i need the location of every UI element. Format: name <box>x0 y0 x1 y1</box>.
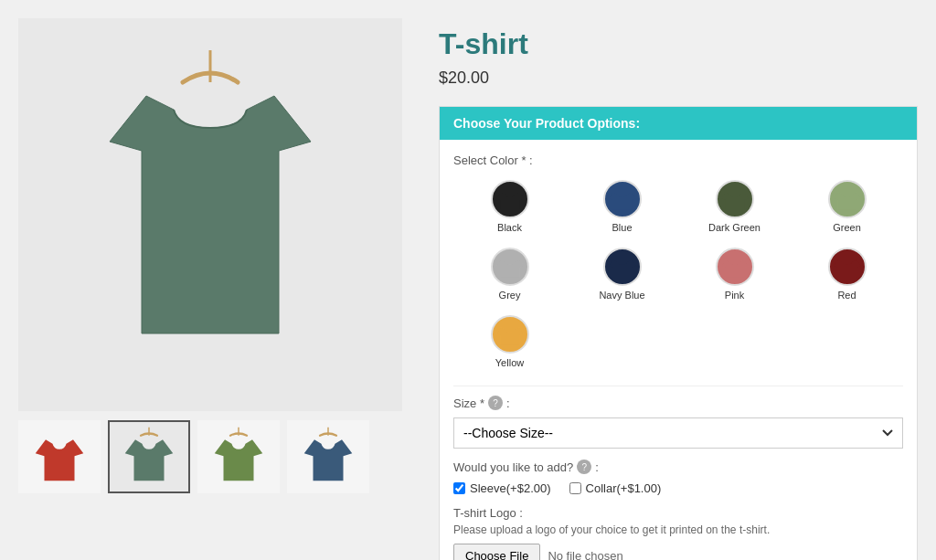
color-item-green[interactable]: Green <box>791 176 903 237</box>
size-label-text: Size * <box>453 396 484 410</box>
product-title: T-shirt <box>439 27 918 61</box>
page-container: T-shirt $20.00 Choose Your Product Optio… <box>0 0 936 560</box>
color-item-yellow[interactable]: Yellow <box>453 312 566 372</box>
file-upload-row: Choose File No file chosen <box>453 544 903 560</box>
main-tshirt-svg <box>91 41 329 388</box>
collar-addon-label: Collar(+$1.00) <box>586 481 662 495</box>
color-item-blue[interactable]: Blue <box>566 176 678 237</box>
color-swatch-navy-blue <box>603 248 642 286</box>
color-item-grey[interactable]: Grey <box>453 244 566 304</box>
left-panel <box>18 18 402 560</box>
product-price: $20.00 <box>439 69 918 88</box>
color-swatch-blue <box>603 180 642 218</box>
color-section-label: Select Color * : <box>453 153 903 167</box>
size-select[interactable]: --Choose Size-- XS S M L XL XXL <box>453 417 903 449</box>
color-name-grey: Grey <box>499 290 521 301</box>
thumbnail-red[interactable] <box>18 420 101 493</box>
sleeve-checkbox[interactable] <box>453 482 465 494</box>
thumbnail-row <box>18 420 402 493</box>
color-grid: Black Blue Dark Green <box>453 176 903 372</box>
sleeve-addon-label: Sleeve(+$2.00) <box>470 481 551 495</box>
color-name-yellow: Yellow <box>495 357 524 368</box>
size-section-label: Size * ? : <box>453 396 903 410</box>
right-panel: T-shirt $20.00 Choose Your Product Optio… <box>439 18 918 560</box>
sleeve-addon-item[interactable]: Sleeve(+$2.00) <box>453 481 551 495</box>
collar-addon-item[interactable]: Collar(+$1.00) <box>569 481 662 495</box>
options-box: Choose Your Product Options: Select Colo… <box>439 106 918 560</box>
thumbnail-green-active[interactable] <box>108 420 190 493</box>
color-item-red[interactable]: Red <box>791 244 903 304</box>
thumbnail-olive[interactable] <box>197 420 280 493</box>
color-swatch-dark-green <box>716 180 754 218</box>
color-item-dark-green[interactable]: Dark Green <box>678 176 791 237</box>
size-label-colon: : <box>506 396 510 410</box>
addon-section-label: Would you like to add? ? : <box>453 460 903 474</box>
addon-label-colon: : <box>595 460 599 474</box>
color-name-black: Black <box>497 222 522 233</box>
color-item-pink[interactable]: Pink <box>678 244 791 304</box>
no-file-text: No file chosen <box>548 549 622 560</box>
color-name-pink: Pink <box>725 290 744 301</box>
color-swatch-yellow <box>491 315 529 354</box>
divider-1 <box>453 386 903 386</box>
collar-checkbox[interactable] <box>569 482 581 494</box>
color-item-black[interactable]: Black <box>453 176 566 237</box>
addon-help-icon[interactable]: ? <box>577 460 591 474</box>
main-product-image <box>18 18 402 411</box>
logo-description: Please upload a logo of your choice to g… <box>453 523 903 536</box>
color-name-navy-blue: Navy Blue <box>599 290 644 301</box>
color-swatch-red <box>828 248 867 286</box>
addons-row: Sleeve(+$2.00) Collar(+$1.00) <box>453 481 903 495</box>
color-swatch-pink <box>716 248 754 286</box>
options-header: Choose Your Product Options: <box>440 107 917 140</box>
color-name-dark-green: Dark Green <box>708 222 760 233</box>
color-swatch-green <box>828 180 867 218</box>
color-name-green: Green <box>833 222 861 233</box>
logo-section-label: T-shirt Logo : <box>453 506 903 520</box>
color-swatch-black <box>491 180 529 218</box>
color-name-red: Red <box>837 290 856 301</box>
choose-file-button[interactable]: Choose File <box>453 544 540 560</box>
color-swatch-grey <box>491 248 529 286</box>
size-help-icon[interactable]: ? <box>488 396 503 410</box>
color-item-navy-blue[interactable]: Navy Blue <box>566 244 678 304</box>
color-name-blue: Blue <box>612 222 632 233</box>
thumbnail-blue[interactable] <box>287 420 369 493</box>
addon-label-text: Would you like to add? <box>453 460 573 474</box>
options-body: Select Color * : Black Blue <box>440 140 917 560</box>
